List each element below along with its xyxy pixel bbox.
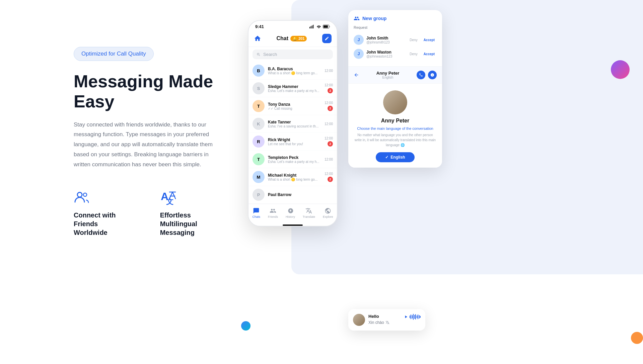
chat-item[interactable]: R Rick Wright Let me see that for you! 1… — [248, 133, 337, 151]
chat-item[interactable]: M Michael Knight What is a short 🟡 long … — [248, 168, 337, 186]
nav-explore[interactable]: Explore — [323, 207, 333, 218]
avatar: R — [253, 135, 265, 148]
profile-avatar — [383, 90, 407, 114]
feature-connect: Connect with Friends Worldwide — [74, 189, 133, 237]
request-avatar: J — [354, 35, 364, 45]
message-avatar — [353, 314, 365, 326]
chat-detail-lang: English — [376, 76, 400, 79]
chat-item[interactable]: T Tony Danza ✓✓ Call missing 12:002 — [248, 97, 337, 115]
chat-info: Templeton Peck Esha: Let's make a party … — [268, 155, 321, 164]
lang-prompt: Choose the main language of the conversa… — [357, 126, 433, 130]
profile-name: Anny Peter — [381, 118, 409, 124]
play-icon — [404, 314, 408, 319]
info-button[interactable] — [428, 71, 437, 79]
lang-select-button[interactable]: ✓ English — [376, 152, 414, 162]
svg-point-1 — [83, 193, 87, 196]
deny-button[interactable]: Deny — [408, 37, 419, 42]
avatar: B — [253, 65, 265, 77]
home-icon — [254, 35, 261, 42]
feature-connect-title: Connect with Friends Worldwide — [74, 211, 133, 237]
avatar: P — [253, 189, 265, 201]
notification-badge: 🔔 201 — [290, 36, 307, 41]
feature-multilingual: A 文 Effortless Multilingual Messaging — [160, 189, 221, 237]
phone-header: Chat 🔔 201 — [248, 31, 337, 47]
accept-button[interactable]: Accept — [422, 37, 437, 42]
status-time: 9:41 — [255, 24, 264, 29]
deco-circle-gradient — [611, 60, 630, 79]
accept-button[interactable]: Accept — [422, 52, 437, 57]
request-info: John Waston @johnwaston123 — [366, 50, 405, 58]
status-bar: 9:41 — [248, 21, 337, 31]
search-placeholder: Search — [263, 52, 277, 57]
search-bar[interactable]: Search — [253, 50, 333, 59]
nav-translate[interactable]: Translate — [303, 207, 315, 218]
translate-mini-icon — [385, 321, 389, 325]
features-list: Connect with Friends Worldwide A 文 Effor… — [74, 189, 221, 237]
group-icon — [354, 15, 360, 21]
nav-friends[interactable]: Friends — [268, 207, 278, 218]
back-icon[interactable] — [354, 72, 359, 78]
chat-item[interactable]: P Paul Barrow — [248, 186, 337, 204]
request-row: J John Smith @johnsmith123 Deny Accept — [354, 33, 437, 47]
left-content: Optimized for Call Quality Messaging Mad… — [0, 0, 241, 364]
audio-player[interactable] — [404, 314, 421, 320]
chat-info: Kate Tanner Esha: I've a saving account … — [268, 120, 321, 128]
page-title: Messaging Made Easy — [74, 72, 221, 112]
chat-detail-header: Anny Peter English — [348, 67, 442, 84]
chat-item[interactable]: S Sledge Hammer Esha: Let's make a party… — [248, 80, 337, 97]
translate-icon: A 文 — [160, 189, 176, 205]
chat-item[interactable]: K Kate Tanner Esha: I've a saving accoun… — [248, 115, 337, 133]
phone-chat-list: 9:41 — [248, 20, 338, 226]
avatar: T — [253, 153, 265, 165]
message-card: Hello Xin chào — [348, 309, 425, 331]
svg-point-0 — [77, 192, 82, 197]
request-actions: Deny Accept — [408, 37, 437, 42]
group-card-header: New group — [354, 15, 437, 21]
chat-actions — [417, 71, 437, 79]
header-title: Chat — [277, 35, 289, 41]
svg-point-12 — [318, 28, 319, 29]
compose-button[interactable] — [322, 34, 332, 43]
chat-info: Tony Danza ✓✓ Call missing — [268, 102, 321, 110]
request-label: Request — [354, 25, 437, 29]
request-row: J John Waston @johnwaston123 Deny Accept — [354, 47, 437, 61]
lang-desc: No matter what language you and the othe… — [354, 132, 437, 148]
avatar: M — [253, 171, 265, 183]
people-icon — [74, 189, 90, 205]
bg-panel — [291, 0, 643, 274]
nav-chats[interactable]: Chats — [252, 207, 260, 218]
call-button[interactable] — [417, 71, 425, 79]
bottom-nav: Chats Friends History Translate Explore — [248, 204, 337, 223]
request-avatar: J — [354, 49, 364, 59]
chat-item[interactable]: B B.A. Baracus What is a short 🟡 long te… — [248, 62, 337, 80]
deco-circle-orange — [631, 332, 643, 344]
chat-profile-area: Anny Peter Choose the main language of t… — [348, 84, 442, 168]
group-card: New group Request J John Smith @johnsmit… — [348, 10, 442, 67]
waveform — [410, 314, 421, 320]
hero-description: Stay connected with friends worldwide, t… — [74, 120, 221, 170]
badge: Optimized for Call Quality — [74, 47, 154, 61]
message-content: Hello Xin chào — [368, 314, 400, 325]
home-indicator — [248, 223, 337, 226]
chat-info: Rick Wright Let me see that for you! — [268, 138, 321, 146]
chat-info: Paul Barrow — [268, 192, 330, 197]
chat-detail-card: Anny Peter English Ann — [348, 67, 442, 168]
deny-button[interactable]: Deny — [408, 52, 419, 57]
group-card-title: New group — [362, 16, 386, 21]
chat-info: B.A. Baracus What is a short 🟡 long term… — [268, 67, 321, 75]
svg-rect-11 — [313, 25, 314, 28]
svg-rect-14 — [324, 25, 328, 28]
chat-list: B B.A. Baracus What is a short 🟡 long te… — [248, 62, 337, 204]
nav-history[interactable]: History — [286, 207, 295, 218]
message-translation: Xin chào — [368, 320, 400, 325]
svg-rect-9 — [311, 26, 311, 28]
request-actions: Deny Accept — [408, 52, 437, 57]
status-icons — [309, 25, 330, 28]
chat-item[interactable]: T Templeton Peck Esha: Let's make a part… — [248, 151, 337, 168]
chat-detail-title-group: Anny Peter English — [376, 71, 400, 79]
message-original: Hello — [368, 314, 400, 319]
search-icon — [257, 53, 261, 57]
avatar: S — [253, 82, 265, 94]
chat-detail-name: Anny Peter — [376, 71, 400, 76]
main-container: Optimized for Call Quality Messaging Mad… — [0, 0, 643, 364]
